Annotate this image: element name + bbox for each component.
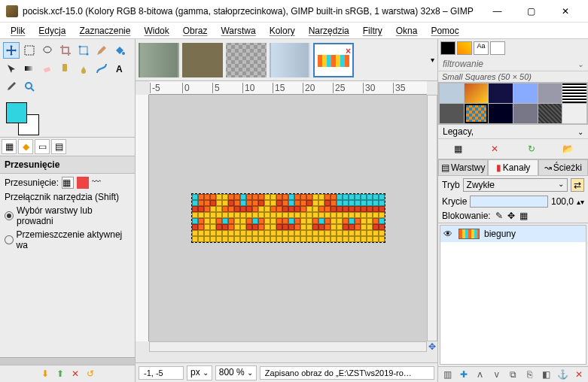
fuzzy-select-tool[interactable] (3, 60, 20, 77)
canvas[interactable] (149, 95, 427, 341)
mode-switch-icon[interactable]: ⇄ (571, 178, 584, 192)
anchor-layer-icon[interactable]: ⚓ (556, 369, 568, 380)
layer-item[interactable]: 👁 bieguny (440, 226, 586, 242)
navigation-icon[interactable]: ✥ (427, 341, 437, 352)
visibility-icon[interactable]: 👁 (443, 229, 454, 239)
ruler-vertical[interactable] (136, 95, 149, 341)
pattern-thumb[interactable] (440, 83, 464, 103)
mask-icon[interactable]: ◧ (540, 369, 552, 380)
eyedropper-tool[interactable] (3, 78, 20, 95)
move-tool[interactable] (3, 42, 20, 59)
pattern-thumb[interactable] (562, 104, 586, 123)
tab-close-icon[interactable]: × (346, 46, 351, 56)
menu-image[interactable]: Obraz (177, 24, 214, 38)
mode-selector[interactable]: Zwykłe⌄ (463, 178, 568, 192)
ruler-horizontal[interactable]: -5 0 5 10 15 20 25 30 35 (149, 81, 427, 95)
edit-pattern-icon[interactable]: ▦ (450, 142, 465, 156)
menu-help[interactable]: Pomoc (425, 24, 465, 38)
brushes-tab[interactable] (440, 41, 455, 55)
menu-filters[interactable]: Filtry (357, 24, 388, 38)
document-tab-3[interactable] (226, 43, 267, 77)
delete-options-icon[interactable]: ✕ (72, 368, 79, 379)
undo-history-tab[interactable]: ▭ (35, 139, 50, 154)
document-tab-4[interactable] (270, 43, 310, 77)
pattern-thumb[interactable] (538, 83, 562, 103)
pattern-thumb[interactable] (562, 83, 586, 103)
pattern-thumb[interactable] (465, 83, 489, 103)
tab-scroll-right-icon[interactable]: ▾ (431, 56, 434, 64)
menu-file[interactable]: Plik (5, 24, 31, 38)
menu-colors[interactable]: Kolory (264, 24, 301, 38)
pattern-category-row[interactable]: Legacy, ⌄ (438, 125, 588, 139)
opacity-stepper[interactable]: ▴▾ (577, 198, 584, 206)
tool-options-tab[interactable]: ▦ (2, 139, 17, 154)
lower-layer-icon[interactable]: v (491, 369, 503, 380)
new-layer-icon[interactable]: ▥ (441, 369, 453, 380)
menu-layer[interactable]: Warstwa (215, 24, 261, 38)
tab-paths[interactable]: ↝Ścieżki (538, 159, 588, 175)
tab-channels[interactable]: ▮Kanały (488, 159, 538, 175)
pattern-thumb[interactable] (489, 83, 513, 103)
save-options-icon[interactable]: ⬇ (41, 368, 49, 379)
pattern-thumb[interactable] (465, 104, 489, 123)
lock-position-icon[interactable]: ✥ (507, 211, 515, 221)
pixel-image[interactable] (191, 193, 385, 243)
merge-down-icon[interactable]: ⎘ (523, 369, 535, 380)
new-group-icon[interactable]: ✚ (458, 369, 470, 380)
vertical-scrollbar[interactable] (427, 95, 437, 341)
patterns-tab[interactable] (457, 41, 472, 55)
menu-tools[interactable]: Narzędzia (303, 24, 355, 38)
menu-view[interactable]: Widok (138, 24, 175, 38)
delete-pattern-icon[interactable]: ✕ (487, 142, 502, 156)
filter-row[interactable]: filtrowanie ⌄ (438, 57, 588, 71)
zoom-selector[interactable]: 800 % ⌄ (215, 365, 257, 380)
raise-layer-icon[interactable]: ʌ (474, 369, 486, 380)
tab-layers[interactable]: ▤Warstwy (438, 159, 488, 175)
move-mode-path-icon[interactable]: 〰 (92, 177, 104, 189)
menu-select[interactable]: Zaznaczenie (73, 24, 136, 38)
pattern-thumb[interactable] (513, 104, 538, 123)
restore-options-icon[interactable]: ⬆ (56, 368, 64, 379)
pattern-thumb[interactable] (489, 104, 513, 123)
zoom-tool[interactable] (21, 78, 38, 95)
open-folder-icon[interactable]: 📂 (561, 142, 576, 156)
delete-layer-icon[interactable]: ✕ (573, 369, 585, 380)
refresh-patterns-icon[interactable]: ↻ (524, 142, 539, 156)
lock-alpha-icon[interactable]: ▦ (519, 211, 528, 221)
images-tab[interactable]: ▤ (51, 139, 66, 154)
move-mode-selection-icon[interactable] (77, 177, 89, 189)
path-tool[interactable] (93, 60, 110, 77)
foreground-color-swatch[interactable] (6, 102, 27, 123)
rect-select-tool[interactable] (21, 42, 38, 59)
document-tab-2[interactable] (182, 43, 223, 77)
unit-selector[interactable]: px ⌄ (187, 365, 212, 380)
pattern-thumb[interactable] (538, 104, 562, 123)
reset-options-icon[interactable]: ↺ (87, 368, 94, 379)
fonts-tab[interactable]: Aa (474, 41, 489, 55)
history-tab[interactable] (490, 41, 505, 55)
lasso-tool[interactable] (39, 42, 56, 59)
bucket-tool[interactable] (111, 42, 128, 59)
crop-tool[interactable] (57, 42, 74, 59)
eraser-tool[interactable] (39, 60, 56, 77)
lock-pixels-icon[interactable]: ✎ (495, 211, 503, 221)
device-status-tab[interactable]: ◆ (18, 139, 33, 154)
clone-tool[interactable] (57, 60, 74, 77)
close-button[interactable]: ✕ (548, 1, 582, 22)
document-tab-active[interactable]: × (313, 43, 354, 77)
maximize-button[interactable]: ▢ (514, 1, 548, 22)
move-mode-layer-icon[interactable]: ▦ (62, 177, 74, 189)
text-tool[interactable]: A (111, 60, 128, 77)
opacity-slider[interactable] (470, 196, 548, 208)
layer-name[interactable]: bieguny (484, 229, 516, 239)
pattern-thumb[interactable] (513, 83, 538, 103)
menu-edit[interactable]: Edycja (32, 24, 72, 38)
horizontal-scrollbar[interactable] (149, 341, 427, 352)
radio-pick-layer[interactable] (5, 211, 14, 220)
pencil-tool[interactable] (93, 42, 110, 59)
radio-move-active[interactable] (5, 235, 14, 244)
document-tab-1[interactable] (139, 43, 179, 77)
menu-windows[interactable]: Okna (390, 24, 424, 38)
left-scrollbar[interactable] (0, 357, 135, 365)
transform-tool[interactable] (75, 42, 92, 59)
